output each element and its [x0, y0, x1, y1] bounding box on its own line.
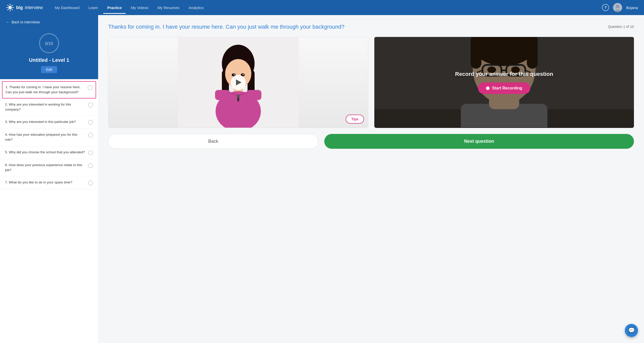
brand-logo[interactable]: biginterview: [6, 4, 43, 12]
nav-my-dashboard[interactable]: My Dashboard: [51, 4, 84, 12]
svg-point-23: [233, 74, 235, 75]
brand-text: big: [16, 5, 23, 10]
user-name: Bojana: [626, 6, 638, 10]
rec-dot-icon: [486, 86, 490, 90]
question-item-1[interactable]: 1. Thanks for coming in. I have your res…: [2, 81, 96, 99]
user-video-panel: Record your answer for this question Sta…: [374, 37, 634, 128]
question-radio-6: [88, 163, 93, 168]
avatar-icon: [613, 3, 622, 12]
nav-my-videos[interactable]: My Videos: [127, 4, 152, 12]
question-main-text: Thanks for coming in. I have your resume…: [108, 23, 603, 31]
avatar[interactable]: [613, 3, 622, 12]
nav-learn[interactable]: Learn: [85, 4, 102, 12]
question-text-4: 4. How has your education prepared you f…: [5, 132, 85, 142]
question-text-1: 1. Thanks for coming in. I have your res…: [6, 85, 85, 95]
svg-line-5: [8, 5, 8, 6]
progress-section: 0/10 Untitled - Level 1 Edit: [0, 29, 98, 79]
next-question-button[interactable]: Next question: [324, 134, 634, 149]
nav-practice[interactable]: Practice: [103, 4, 126, 12]
svg-point-10: [616, 5, 619, 8]
start-recording-button[interactable]: Start Recording: [478, 82, 530, 94]
question-radio-7: [88, 180, 93, 185]
nav-my-resumes[interactable]: My Resumes: [153, 4, 184, 12]
question-radio-4: [88, 133, 93, 138]
question-item-5[interactable]: 5. Why did you choose the school that yo…: [0, 146, 98, 159]
svg-rect-20: [246, 90, 261, 100]
svg-line-7: [12, 5, 13, 6]
question-text-6: 6. How does your previous experience rel…: [5, 163, 85, 173]
interviewer-placeholder: Tips: [108, 37, 368, 128]
chat-bubble-button[interactable]: 💬: [625, 324, 638, 337]
progress-value: 0/10: [45, 40, 53, 46]
sidebar: ← Back to interviews 0/10 Untitled - Lev…: [0, 15, 98, 343]
chat-icon: 💬: [628, 327, 635, 334]
bottom-actions: Back Next question: [108, 134, 634, 149]
question-radio-5: [88, 150, 93, 155]
record-answer-label: Record your answer for this question: [455, 71, 553, 77]
nav-links: My Dashboard Learn Practice My Videos My…: [51, 4, 602, 12]
edit-button[interactable]: Edit: [41, 66, 57, 73]
navbar: biginterview My Dashboard Learn Practice…: [0, 0, 644, 15]
progress-circle: 0/10: [39, 33, 59, 53]
question-radio-1: [88, 85, 93, 90]
back-button[interactable]: Back: [108, 134, 318, 149]
tips-button[interactable]: Tips: [346, 115, 364, 124]
question-text-3: 3. Why are you interested in this partic…: [5, 119, 85, 124]
svg-point-24: [243, 74, 244, 75]
svg-line-6: [12, 9, 13, 10]
video-panels: Tips: [108, 37, 634, 128]
svg-rect-19: [215, 90, 230, 100]
brand-text-2: interview: [25, 5, 43, 10]
nav-analytics[interactable]: Analytics: [185, 4, 208, 12]
play-button[interactable]: [231, 75, 246, 90]
main-layout: ← Back to interviews 0/10 Untitled - Lev…: [0, 15, 644, 343]
question-counter: Question 1 of 10: [608, 23, 634, 29]
question-item-7[interactable]: 7. What do you like to do in your spare …: [0, 176, 98, 189]
question-list: 1. Thanks for coming in. I have your res…: [0, 79, 98, 343]
nav-right: ? Bojana: [602, 3, 638, 12]
svg-point-0: [8, 6, 12, 9]
start-recording-label: Start Recording: [492, 86, 522, 90]
question-item-4[interactable]: 4. How has your education prepared you f…: [0, 129, 98, 146]
svg-line-8: [8, 9, 8, 10]
back-to-interviews-label: Back to interviews: [12, 20, 40, 24]
question-text-2: 2. Why are you interested in working for…: [5, 102, 85, 112]
question-radio-3: [88, 120, 93, 125]
question-item-3[interactable]: 3. Why are you interested in this partic…: [0, 116, 98, 129]
question-radio-2: [88, 103, 93, 108]
question-text-5: 5. Why did you choose the school that yo…: [5, 150, 85, 155]
sun-icon: [6, 4, 14, 12]
question-text-7: 7. What do you like to do in your spare …: [5, 180, 85, 185]
question-header: Thanks for coming in. I have your resume…: [108, 23, 634, 31]
content-area: Thanks for coming in. I have your resume…: [98, 15, 644, 343]
record-overlay: Record your answer for this question Sta…: [374, 37, 634, 128]
back-to-interviews-link[interactable]: ← Back to interviews: [0, 15, 98, 29]
interviewer-video-panel: Tips: [108, 37, 368, 128]
question-item-2[interactable]: 2. Why are you interested in working for…: [0, 99, 98, 116]
back-arrow-icon: ←: [6, 20, 10, 24]
question-item-6[interactable]: 6. How does your previous experience rel…: [0, 159, 98, 177]
help-button[interactable]: ?: [602, 4, 609, 11]
interview-title: Untitled - Level 1: [29, 57, 69, 63]
svg-point-26: [237, 95, 240, 98]
play-triangle-icon: [236, 79, 242, 85]
